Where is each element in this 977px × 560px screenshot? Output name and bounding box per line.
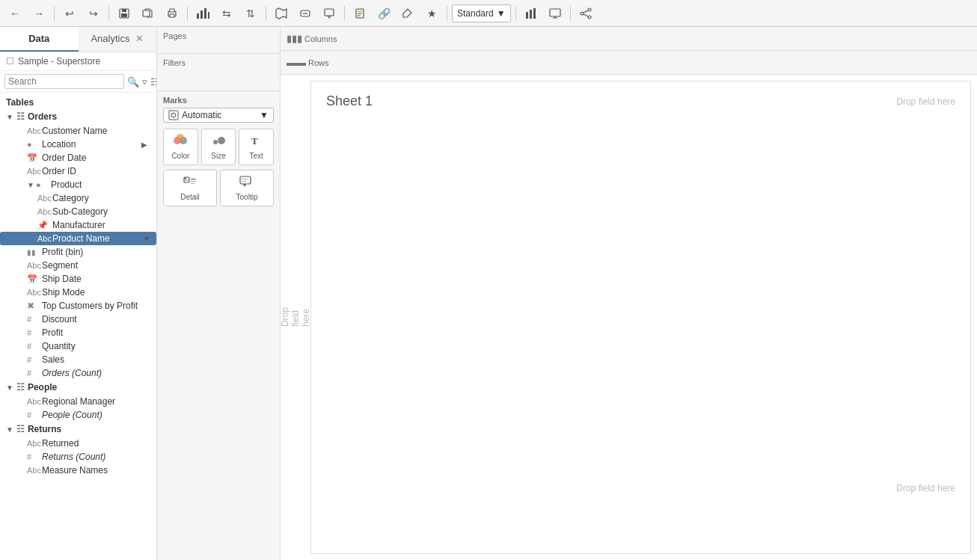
share-button[interactable] [575, 3, 596, 24]
field-segment[interactable]: Abc Segment [0, 259, 156, 272]
field-top-customers[interactable]: ✖ Top Customers by Profit [0, 299, 156, 313]
color-mark-btn[interactable]: Color [163, 129, 198, 165]
highlight-button[interactable] [349, 3, 370, 24]
field-sub-category[interactable]: Abc Sub-Category [0, 205, 156, 218]
marks-type-dropdown[interactable]: Automatic ▼ [163, 108, 274, 123]
field-product[interactable]: ▼ ● Product [0, 178, 156, 191]
field-order-id[interactable]: Abc Order ID [0, 164, 156, 178]
bars-chart-button[interactable] [521, 3, 542, 24]
sep6 [447, 6, 447, 21]
analytics-tab-close[interactable]: ✕ [135, 33, 144, 44]
chart-type-button[interactable] [192, 3, 213, 24]
people-expand-icon: ▼ [6, 384, 13, 392]
tooltip-format-button[interactable] [319, 3, 340, 24]
sep3 [187, 6, 188, 21]
field-measure-names[interactable]: Abc Measure Names [0, 464, 156, 477]
field-location[interactable]: ● Location ▶ [0, 138, 156, 151]
tooltip-mark-btn[interactable]: Tooltip [220, 170, 274, 206]
detail-mark-btn[interactable]: Detail [163, 170, 217, 206]
grid-view-icon[interactable]: ☷ [150, 76, 157, 87]
field-ship-mode[interactable]: Abc Ship Mode [0, 286, 156, 299]
datasource-row[interactable]: ☐ Sample - Superstore [0, 52, 156, 71]
hash-icon5: # [27, 369, 39, 378]
field-people-count[interactable]: # People (Count) [0, 408, 156, 422]
monitor-button[interactable] [545, 3, 566, 24]
sort-button[interactable]: ⇅ [240, 3, 261, 24]
sep2 [108, 6, 109, 21]
svg-rect-37 [185, 178, 186, 179]
svg-rect-6 [170, 14, 174, 17]
text-mark-btn[interactable]: T Text [239, 129, 274, 165]
field-regional-manager[interactable]: Abc Regional Manager [0, 395, 156, 408]
field-quantity[interactable]: # Quantity [0, 339, 156, 353]
search-input[interactable] [4, 74, 124, 89]
filter-icon[interactable]: ▿ [142, 76, 147, 87]
svg-text:T: T [251, 135, 258, 147]
orders-group-header[interactable]: ▼ ☷ Orders [0, 109, 156, 124]
label-button[interactable] [295, 3, 316, 24]
tooltip-mark-label: Tooltip [236, 193, 258, 201]
drop-field-right-bottom[interactable]: Drop field here [896, 483, 955, 493]
sheet-title: Sheet 1 [326, 93, 373, 109]
tab-data[interactable]: Data [0, 27, 79, 52]
swap-button[interactable]: ⇆ [216, 3, 237, 24]
field-order-date[interactable]: 📅 Order Date [0, 151, 156, 164]
returns-group-header[interactable]: ▼ ☷ Returns [0, 422, 156, 437]
field-product-name[interactable]: Abc Product Name ▼ [0, 232, 156, 245]
marks-section: Marks Automatic ▼ Color [157, 91, 280, 560]
standard-dropdown[interactable]: Standard ▼ [452, 4, 511, 22]
columns-shelf[interactable]: ▮▮▮ Columns [281, 27, 977, 51]
field-manufacturer[interactable]: 📌 Manufacturer [0, 218, 156, 232]
field-sales[interactable]: # Sales [0, 353, 156, 366]
svg-rect-21 [533, 8, 536, 19]
orders-expand-icon: ▼ [6, 113, 13, 121]
map-button[interactable] [271, 3, 292, 24]
pages-label: Pages [163, 31, 274, 40]
rows-shelf[interactable]: ▬▬ Rows [281, 51, 977, 75]
view-left-drop[interactable]: Dropfieldhere [281, 75, 310, 560]
svg-rect-5 [170, 9, 174, 12]
save-button[interactable] [114, 3, 135, 24]
redo-button[interactable]: ↪ [83, 3, 104, 24]
field-returned[interactable]: Abc Returned [0, 437, 156, 450]
field-ship-date[interactable]: 📅 Ship Date [0, 272, 156, 286]
middle-panel: Pages Filters Marks Automatic ▼ [157, 27, 281, 560]
sep1 [54, 6, 55, 21]
undo-button[interactable]: ↩ [59, 3, 80, 24]
back-button[interactable]: ← [4, 3, 25, 24]
svg-rect-3 [143, 10, 150, 16]
svg-rect-7 [197, 13, 199, 19]
marks-grid-top: Color Size T [163, 129, 274, 165]
size-mark-btn[interactable]: Size [201, 129, 236, 165]
main-layout: Data Analytics ✕ ☐ Sample - Superstore 🔍… [0, 27, 977, 560]
people-group-header[interactable]: ▼ ☷ People [0, 380, 156, 395]
calc-icon: ✖ [27, 301, 39, 311]
field-returns-count[interactable]: # Returns (Count) [0, 450, 156, 464]
open-button[interactable] [138, 3, 159, 24]
sep8 [570, 6, 571, 21]
svg-rect-10 [208, 12, 209, 19]
abc-icon2: Abc [27, 167, 39, 176]
annotation-button[interactable] [397, 3, 418, 24]
field-profit-bin[interactable]: ▮▮ Profit (bin) [0, 245, 156, 259]
drop-field-right-top[interactable]: Drop field here [896, 96, 955, 107]
link-button[interactable]: 🔗 [373, 3, 394, 24]
svg-rect-9 [204, 8, 206, 19]
forward-button[interactable]: → [28, 3, 49, 24]
field-customer-name[interactable]: Abc Customer Name [0, 124, 156, 138]
hash-icon2: # [27, 328, 39, 337]
print-button[interactable] [162, 3, 183, 24]
abc-icon4: Abc [37, 207, 49, 216]
product-name-dropdown[interactable]: ▼ [143, 235, 150, 243]
field-orders-count[interactable]: # Orders (Count) [0, 366, 156, 380]
field-discount[interactable]: # Discount [0, 313, 156, 326]
field-profit[interactable]: # Profit [0, 326, 156, 339]
tab-analytics[interactable]: Analytics ✕ [79, 27, 157, 52]
people-label: People [28, 382, 57, 393]
search-icon[interactable]: 🔍 [127, 76, 139, 87]
favorite-button[interactable]: ★ [421, 3, 442, 24]
field-category[interactable]: Abc Category [0, 191, 156, 205]
people-group: ▼ ☷ People Abc Regional Manager # People… [0, 380, 156, 422]
view-canvas: Dropfieldhere Sheet 1 Drop field here Dr… [281, 75, 977, 560]
search-bar: 🔍 ▿ ☷ [0, 71, 156, 93]
